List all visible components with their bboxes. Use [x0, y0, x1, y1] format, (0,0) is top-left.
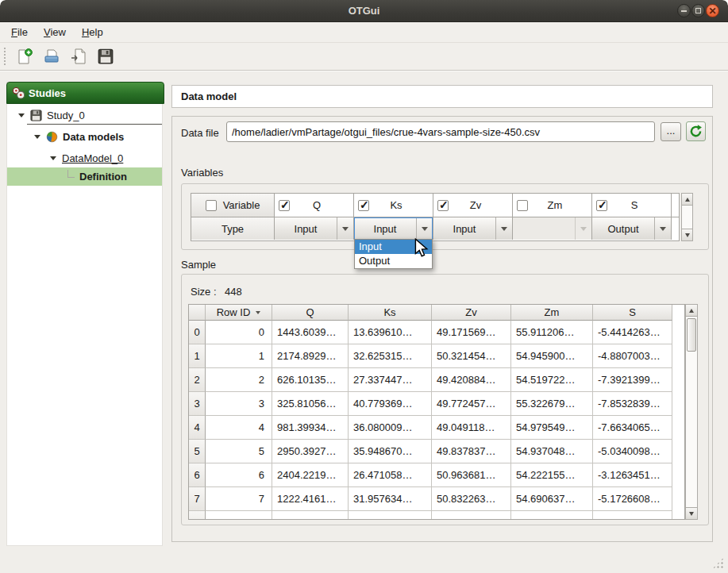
column-header-ks[interactable]: Ks — [349, 305, 432, 321]
cell-zv: 49.772457… — [432, 392, 511, 416]
chevron-down-icon[interactable] — [495, 217, 512, 240]
expand-arrow-icon[interactable] — [18, 113, 25, 117]
sample-size-label: Size : — [191, 286, 217, 298]
variable-checkbox-ks[interactable] — [358, 200, 369, 211]
column-header-label: S — [629, 306, 636, 318]
type-cell-zv: Input — [433, 217, 513, 240]
title-bar[interactable]: OTGui ✕ — [0, 0, 728, 22]
cell-rowid: 7 — [206, 487, 272, 511]
table-row[interactable]: 7 7 1222.4161… 31.957634… 50.832263… 54.… — [189, 487, 684, 511]
table-row[interactable]: 3 3 325.81056… 40.779369… 49.772457… 55.… — [189, 392, 684, 416]
cell-zm: 55.911206… — [511, 321, 593, 344]
page-title: Data model — [171, 85, 713, 108]
scroll-up-icon[interactable] — [686, 305, 697, 317]
type-combobox-ks[interactable]: Input — [354, 217, 433, 240]
scroll-down-icon[interactable] — [686, 507, 697, 519]
combobox-value: Output — [592, 217, 654, 240]
scroll-down-icon[interactable] — [682, 229, 692, 240]
export-python-button[interactable] — [67, 45, 91, 67]
variable-name: S — [607, 199, 661, 211]
variable-checkbox-q[interactable] — [279, 200, 290, 211]
column-header-zv[interactable]: Zv — [432, 305, 511, 321]
variable-checkbox-zv[interactable] — [437, 200, 449, 211]
tree-branch-line — [67, 170, 75, 178]
column-header-rowid[interactable]: Row ID — [206, 305, 272, 321]
study-tree: Study_0 Data models DataModel_0 Definiti… — [7, 106, 162, 186]
tree-item-definition[interactable]: Definition — [7, 167, 162, 186]
row-header: 2 — [189, 368, 206, 392]
column-header-zm[interactable]: Zm — [511, 305, 593, 321]
current-study-underline — [27, 124, 162, 125]
application-window: OTGui ✕ File View Help — [0, 0, 728, 573]
cell-zv: 49.049118… — [432, 416, 511, 440]
new-study-button[interactable] — [13, 45, 37, 67]
column-header-label: Q — [306, 306, 314, 318]
save-icon — [98, 48, 114, 64]
table-row[interactable]: 2 2 626.10135… 27.337447… 49.420884… 54.… — [189, 368, 684, 392]
table-row[interactable]: 6 6 2404.2219… 26.471058… 50.963681… 54.… — [189, 463, 684, 487]
scroll-up-icon[interactable] — [682, 194, 692, 206]
combobox-value: Input — [354, 217, 416, 240]
menu-file[interactable]: File — [3, 23, 36, 41]
expand-arrow-icon[interactable] — [50, 156, 56, 160]
cell-zm: 54.979549… — [511, 416, 593, 440]
pie-icon — [46, 131, 58, 143]
tree-item-data-models[interactable]: Data models — [7, 128, 162, 146]
cell-ks: 31.957634… — [349, 487, 432, 511]
toolbar-drag-handle[interactable] — [4, 48, 6, 65]
table-row[interactable]: 4 4 981.39934… 36.080009… 49.049118… 54.… — [189, 416, 684, 440]
save-button[interactable] — [94, 45, 117, 67]
type-header-label: Type — [221, 223, 244, 235]
table-row[interactable]: 0 0 1443.6039… 13.639610… 49.171569… 55.… — [189, 321, 684, 344]
chevron-down-icon[interactable] — [416, 217, 433, 240]
cell-zv: 50.321454… — [432, 344, 511, 368]
window-controls: ✕ — [677, 4, 719, 17]
tree-item-study-0[interactable]: Study_0 — [7, 106, 162, 125]
cell-q: 2950.3927… — [272, 440, 349, 463]
variable-cell-zm: Zm — [513, 194, 592, 217]
tree-item-datamodel-0[interactable]: DataModel_0 — [7, 149, 162, 167]
close-button[interactable]: ✕ — [706, 4, 719, 17]
table-row[interactable]: 5 5 2950.3927… 35.948670… 49.837837… 54.… — [189, 440, 684, 463]
cell-s: -3.1263451… — [593, 463, 672, 487]
column-header-label: Zm — [545, 306, 560, 318]
maximize-button[interactable] — [691, 4, 705, 17]
open-study-button[interactable] — [40, 45, 64, 67]
data-file-input[interactable] — [226, 121, 655, 142]
browse-button[interactable]: ... — [661, 122, 681, 141]
sample-scrollbar[interactable] — [685, 304, 698, 520]
scrollbar-thumb[interactable] — [687, 318, 696, 352]
cell-s: -5.1726608… — [593, 487, 672, 511]
menu-help[interactable]: Help — [74, 23, 111, 41]
cell-zm: 54.937048… — [511, 440, 593, 463]
menu-view[interactable]: View — [36, 23, 74, 41]
column-header-q[interactable]: Q — [272, 305, 349, 321]
variables-scrollbar[interactable] — [681, 193, 693, 241]
data-file-label: Data file — [181, 127, 219, 139]
select-all-checkbox[interactable] — [206, 200, 217, 211]
cell-zv: 49.837837… — [432, 440, 511, 463]
variable-cell-zv: Zv — [433, 194, 513, 217]
type-combobox-zv[interactable]: Input — [433, 217, 512, 240]
cell-zm: 55.322679… — [511, 392, 593, 416]
column-header-s[interactable]: S — [593, 305, 672, 321]
chevron-down-icon[interactable] — [654, 217, 671, 240]
expand-arrow-icon[interactable] — [34, 135, 40, 139]
variable-checkbox-s[interactable] — [596, 200, 607, 211]
tree-item-label: Study_0 — [47, 110, 85, 121]
chevron-down-icon[interactable] — [337, 217, 353, 240]
cell-zv: 50.832263… — [432, 487, 511, 511]
resize-grip[interactable] — [712, 557, 724, 569]
table-row[interactable]: 1 1 2174.8929… 32.625315… 50.321454… 54.… — [189, 344, 684, 368]
variable-checkbox-zm[interactable] — [517, 200, 528, 211]
reload-button[interactable] — [686, 121, 706, 141]
type-combobox-q[interactable]: Input — [275, 217, 353, 240]
minimize-button[interactable] — [677, 4, 691, 17]
sort-indicator-icon — [256, 311, 260, 314]
variable-cell-q: Q — [275, 194, 354, 217]
table-row[interactable]: 8 8 1494.9058… 28.035007… 49.407305… 54.… — [189, 511, 684, 520]
type-cell-ks: Input — [354, 217, 433, 240]
cell-s: -7.8532839… — [593, 392, 672, 416]
combobox-value: Input — [433, 217, 495, 240]
type-combobox-s[interactable]: Output — [592, 217, 671, 240]
